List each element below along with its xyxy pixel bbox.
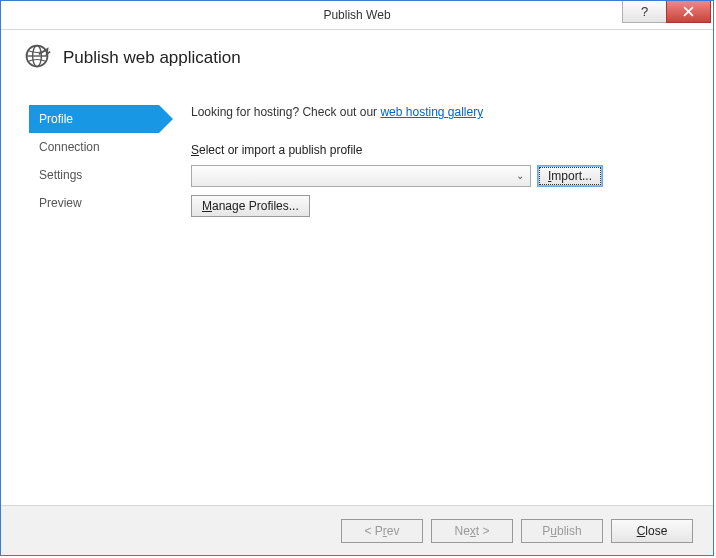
dialog-header: Publish web application — [1, 30, 713, 93]
close-icon — [683, 6, 694, 17]
close-button[interactable]: Close — [611, 519, 693, 543]
next-button: Next > — [431, 519, 513, 543]
hosting-text: Looking for hosting? Check out our web h… — [191, 105, 683, 119]
dialog-body: Profile Connection Settings Preview Look… — [1, 93, 713, 217]
profile-row: ⌄ Import... — [191, 165, 683, 187]
manage-profiles-button[interactable]: Manage Profiles... — [191, 195, 310, 217]
publish-button: Publish — [521, 519, 603, 543]
hosting-text-prefix: Looking for hosting? Check out our — [191, 105, 380, 119]
dialog-title: Publish web application — [63, 48, 241, 68]
window-close-button[interactable] — [666, 1, 711, 23]
step-settings[interactable]: Settings — [29, 161, 159, 189]
web-hosting-gallery-link[interactable]: web hosting gallery — [380, 105, 483, 119]
manage-row: Manage Profiles... — [191, 195, 683, 217]
step-profile[interactable]: Profile — [29, 105, 159, 133]
publish-web-dialog: Publish Web ? Publish web application — [0, 0, 714, 556]
publish-profile-combo[interactable]: ⌄ — [191, 165, 531, 187]
help-button[interactable]: ? — [622, 1, 667, 23]
step-content: Looking for hosting? Check out our web h… — [161, 93, 713, 217]
wizard-steps-sidebar: Profile Connection Settings Preview — [1, 93, 161, 217]
select-profile-label: Select or import a publish profile — [191, 143, 683, 157]
step-preview[interactable]: Preview — [29, 189, 159, 217]
titlebar: Publish Web ? — [1, 1, 713, 30]
globe-icon — [23, 42, 51, 73]
chevron-down-icon: ⌄ — [516, 170, 524, 181]
window-title: Publish Web — [1, 1, 713, 29]
help-icon: ? — [641, 4, 648, 19]
wizard-footer: < Prev Next > Publish Close — [1, 505, 713, 555]
import-button[interactable]: Import... — [537, 165, 603, 187]
prev-button: < Prev — [341, 519, 423, 543]
window-controls: ? — [623, 1, 713, 23]
step-connection[interactable]: Connection — [29, 133, 159, 161]
